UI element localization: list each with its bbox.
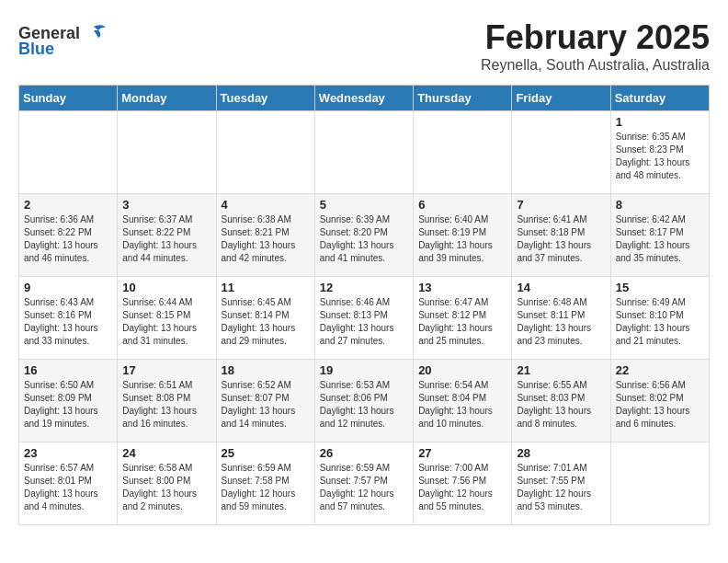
day-number: 1 [616, 115, 704, 129]
day-cell: 17Sunrise: 6:51 AM Sunset: 8:08 PM Dayli… [118, 360, 216, 442]
day-cell: 14Sunrise: 6:48 AM Sunset: 8:11 PM Dayli… [512, 277, 610, 360]
day-number: 23 [24, 446, 112, 460]
week-row-1: 1Sunrise: 6:35 AM Sunset: 8:23 PM Daylig… [19, 111, 710, 194]
calendar-header: February 2025 Reynella, South Australia,… [18, 18, 710, 74]
day-cell: 27Sunrise: 7:00 AM Sunset: 7:56 PM Dayli… [414, 442, 512, 525]
week-row-5: 23Sunrise: 6:57 AM Sunset: 8:01 PM Dayli… [19, 442, 710, 525]
day-number: 14 [517, 281, 605, 294]
day-cell: 6Sunrise: 6:40 AM Sunset: 8:19 PM Daylig… [414, 194, 512, 277]
day-number: 28 [517, 446, 605, 460]
day-cell: 1Sunrise: 6:35 AM Sunset: 8:23 PM Daylig… [610, 111, 709, 194]
day-number: 12 [320, 281, 408, 294]
day-info: Sunrise: 6:35 AM Sunset: 8:23 PM Dayligh… [616, 131, 704, 182]
calendar-subtitle: Reynella, South Australia, Australia [18, 57, 710, 74]
day-info: Sunrise: 6:40 AM Sunset: 8:19 PM Dayligh… [418, 213, 506, 265]
day-cell: 26Sunrise: 6:59 AM Sunset: 7:57 PM Dayli… [314, 442, 413, 525]
day-number: 10 [122, 281, 210, 294]
day-cell: 21Sunrise: 6:55 AM Sunset: 8:03 PM Dayli… [512, 360, 610, 442]
day-info: Sunrise: 6:48 AM Sunset: 8:11 PM Dayligh… [517, 296, 605, 348]
day-number: 5 [320, 198, 408, 212]
day-info: Sunrise: 6:37 AM Sunset: 8:22 PM Dayligh… [122, 213, 210, 265]
day-info: Sunrise: 6:46 AM Sunset: 8:13 PM Dayligh… [320, 296, 408, 348]
day-info: Sunrise: 6:47 AM Sunset: 8:12 PM Dayligh… [418, 296, 506, 348]
logo-bird-icon [80, 23, 108, 43]
day-info: Sunrise: 6:38 AM Sunset: 8:21 PM Dayligh… [222, 213, 310, 265]
day-cell: 3Sunrise: 6:37 AM Sunset: 8:22 PM Daylig… [118, 194, 216, 277]
day-info: Sunrise: 6:59 AM Sunset: 7:57 PM Dayligh… [320, 462, 408, 513]
day-number: 21 [517, 363, 605, 377]
day-cell: 12Sunrise: 6:46 AM Sunset: 8:13 PM Dayli… [314, 277, 413, 360]
day-cell: 24Sunrise: 6:58 AM Sunset: 8:00 PM Dayli… [118, 442, 216, 525]
day-number: 26 [320, 446, 408, 460]
day-cell: 11Sunrise: 6:45 AM Sunset: 8:14 PM Dayli… [216, 277, 314, 360]
day-info: Sunrise: 6:57 AM Sunset: 8:01 PM Dayligh… [24, 462, 112, 513]
calendar-table: SundayMondayTuesdayWednesdayThursdayFrid… [18, 85, 710, 525]
day-cell: 25Sunrise: 6:59 AM Sunset: 7:58 PM Dayli… [216, 442, 314, 525]
day-cell [610, 442, 709, 525]
weekday-header-row: SundayMondayTuesdayWednesdayThursdayFrid… [19, 86, 710, 111]
week-row-3: 9Sunrise: 6:43 AM Sunset: 8:16 PM Daylig… [19, 277, 710, 360]
day-info: Sunrise: 6:36 AM Sunset: 8:22 PM Dayligh… [24, 213, 112, 265]
day-cell: 16Sunrise: 6:50 AM Sunset: 8:09 PM Dayli… [19, 360, 118, 442]
day-number: 3 [122, 198, 210, 212]
day-number: 16 [24, 363, 112, 377]
day-cell: 20Sunrise: 6:54 AM Sunset: 8:04 PM Dayli… [414, 360, 512, 442]
day-info: Sunrise: 6:56 AM Sunset: 8:02 PM Dayligh… [616, 379, 704, 431]
day-cell: 4Sunrise: 6:38 AM Sunset: 8:21 PM Daylig… [216, 194, 314, 277]
day-cell: 10Sunrise: 6:44 AM Sunset: 8:15 PM Dayli… [118, 277, 216, 360]
day-info: Sunrise: 6:49 AM Sunset: 8:10 PM Dayligh… [616, 296, 704, 348]
day-cell: 7Sunrise: 6:41 AM Sunset: 8:18 PM Daylig… [512, 194, 610, 277]
day-info: Sunrise: 6:53 AM Sunset: 8:06 PM Dayligh… [320, 379, 408, 431]
day-cell [414, 111, 512, 194]
weekday-friday: Friday [512, 86, 610, 111]
day-info: Sunrise: 6:54 AM Sunset: 8:04 PM Dayligh… [418, 379, 506, 431]
day-info: Sunrise: 6:43 AM Sunset: 8:16 PM Dayligh… [24, 296, 112, 348]
day-cell: 5Sunrise: 6:39 AM Sunset: 8:20 PM Daylig… [314, 194, 413, 277]
day-info: Sunrise: 6:42 AM Sunset: 8:17 PM Dayligh… [616, 213, 704, 265]
day-number: 18 [222, 363, 310, 377]
day-cell: 18Sunrise: 6:52 AM Sunset: 8:07 PM Dayli… [216, 360, 314, 442]
day-number: 20 [418, 363, 506, 377]
day-info: Sunrise: 6:59 AM Sunset: 7:58 PM Dayligh… [222, 462, 310, 513]
day-cell [512, 111, 610, 194]
day-info: Sunrise: 6:55 AM Sunset: 8:03 PM Dayligh… [517, 379, 605, 431]
weekday-monday: Monday [118, 86, 216, 111]
day-cell: 15Sunrise: 6:49 AM Sunset: 8:10 PM Dayli… [610, 277, 709, 360]
day-number: 17 [122, 363, 210, 377]
day-info: Sunrise: 7:00 AM Sunset: 7:56 PM Dayligh… [418, 462, 506, 513]
day-number: 9 [24, 281, 112, 294]
day-info: Sunrise: 6:39 AM Sunset: 8:20 PM Dayligh… [320, 213, 408, 265]
day-info: Sunrise: 6:52 AM Sunset: 8:07 PM Dayligh… [222, 379, 310, 431]
day-cell [314, 111, 413, 194]
day-cell: 13Sunrise: 6:47 AM Sunset: 8:12 PM Dayli… [414, 277, 512, 360]
weekday-tuesday: Tuesday [216, 86, 314, 111]
day-cell [19, 111, 118, 194]
day-cell: 19Sunrise: 6:53 AM Sunset: 8:06 PM Dayli… [314, 360, 413, 442]
day-info: Sunrise: 6:50 AM Sunset: 8:09 PM Dayligh… [24, 379, 112, 431]
header-area: General Blue February 2025 Reynella, Sou… [18, 18, 710, 77]
day-cell: 28Sunrise: 7:01 AM Sunset: 7:55 PM Dayli… [512, 442, 610, 525]
weekday-thursday: Thursday [414, 86, 512, 111]
week-row-2: 2Sunrise: 6:36 AM Sunset: 8:22 PM Daylig… [19, 194, 710, 277]
day-number: 2 [24, 198, 112, 212]
day-cell: 22Sunrise: 6:56 AM Sunset: 8:02 PM Dayli… [610, 360, 709, 442]
day-info: Sunrise: 6:45 AM Sunset: 8:14 PM Dayligh… [222, 296, 310, 348]
day-number: 8 [616, 198, 704, 212]
weekday-saturday: Saturday [610, 86, 709, 111]
weekday-sunday: Sunday [19, 86, 118, 111]
day-cell [118, 111, 216, 194]
week-row-4: 16Sunrise: 6:50 AM Sunset: 8:09 PM Dayli… [19, 360, 710, 442]
day-number: 27 [418, 446, 506, 460]
day-info: Sunrise: 6:44 AM Sunset: 8:15 PM Dayligh… [122, 296, 210, 348]
day-cell: 2Sunrise: 6:36 AM Sunset: 8:22 PM Daylig… [19, 194, 118, 277]
day-info: Sunrise: 6:51 AM Sunset: 8:08 PM Dayligh… [122, 379, 210, 431]
day-number: 25 [222, 446, 310, 460]
day-number: 15 [616, 281, 704, 294]
logo-blue: Blue [18, 40, 54, 59]
day-info: Sunrise: 7:01 AM Sunset: 7:55 PM Dayligh… [517, 462, 605, 513]
logo: General Blue [18, 18, 108, 59]
day-cell [216, 111, 314, 194]
day-number: 7 [517, 198, 605, 212]
day-cell: 23Sunrise: 6:57 AM Sunset: 8:01 PM Dayli… [19, 442, 118, 525]
day-number: 19 [320, 363, 408, 377]
